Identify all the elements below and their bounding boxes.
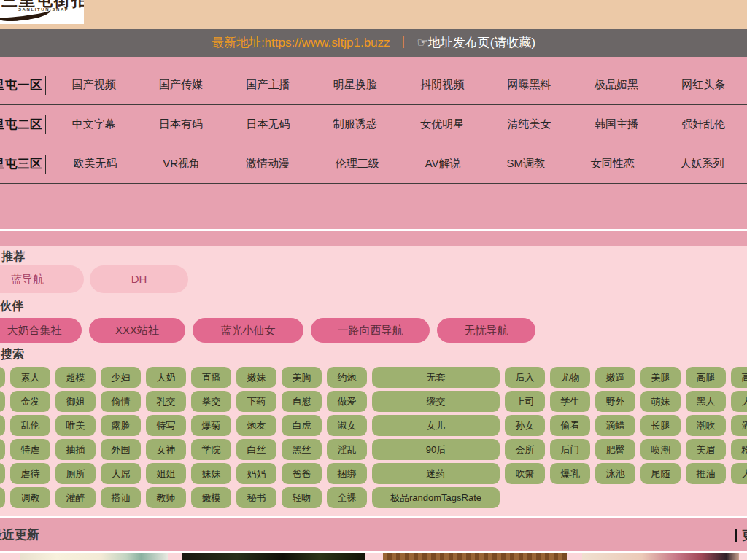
nav-link[interactable]: SM调教 (506, 157, 545, 171)
search-tag[interactable]: 白虎 (282, 415, 322, 436)
nav-link[interactable]: 清纯美女 (508, 117, 551, 131)
nav-link[interactable]: 极品媚黑 (595, 78, 638, 92)
search-tag[interactable]: 女儿 (372, 415, 500, 436)
search-tag[interactable]: 爆乳 (550, 463, 590, 484)
search-tag[interactable]: 高腿 (686, 367, 726, 388)
search-tag[interactable]: 外围 (101, 439, 141, 460)
search-tag[interactable]: 爆菊 (191, 415, 231, 436)
search-tag[interactable]: 高跟 (731, 367, 747, 388)
search-tag[interactable]: 教师 (146, 487, 186, 508)
search-tag[interactable]: 黑丝 (282, 439, 322, 460)
search-tag[interactable]: 滴蜡 (595, 415, 635, 436)
search-tag[interactable]: 嫩妹 (236, 367, 276, 388)
nav-link[interactable]: 激情动漫 (246, 157, 290, 171)
search-tag[interactable]: 嫩逼 (595, 367, 635, 388)
search-tag[interactable]: 白丝 (236, 439, 276, 460)
nav-link[interactable]: 女同性恋 (591, 157, 635, 171)
nav-link[interactable]: 国产传媒 (159, 78, 203, 92)
nav-link[interactable]: 欧美无码 (73, 157, 117, 171)
search-tag[interactable]: 学生 (550, 391, 590, 412)
search-tag[interactable]: 金发 (10, 391, 50, 412)
search-tag[interactable]: 大屌 (101, 463, 141, 484)
search-tag[interactable]: 爸爸 (282, 463, 322, 484)
clipped-tag[interactable] (0, 487, 5, 508)
partner-pill-link[interactable]: 一路向西导航 (311, 318, 430, 343)
search-tag[interactable]: 美胸 (282, 367, 322, 388)
search-tag[interactable]: 淑女 (327, 415, 367, 436)
search-tag[interactable]: 泳池 (595, 463, 635, 484)
search-tag[interactable]: 后门 (550, 439, 590, 460)
latest-address-link[interactable]: 最新地址:https://www.sltjp1.buzz (212, 36, 390, 50)
search-tag[interactable]: 炮友 (236, 415, 276, 436)
search-tag[interactable]: 萌妹 (640, 391, 681, 412)
search-tag[interactable]: 大学 (731, 391, 747, 412)
search-tag[interactable]: 喷潮 (640, 439, 681, 460)
search-tag[interactable]: 全裸 (327, 487, 367, 508)
search-tag[interactable]: 长腿 (640, 415, 681, 436)
search-tag[interactable]: 缓交 (372, 391, 500, 412)
search-tag[interactable]: 特虐 (10, 439, 50, 460)
clipped-tag[interactable] (0, 367, 5, 388)
search-tag[interactable]: 虐待 (10, 463, 50, 484)
search-tag[interactable]: 美腿 (640, 367, 681, 388)
nav-link[interactable]: 日本无码 (246, 117, 290, 131)
search-tag[interactable]: 偷看 (550, 415, 590, 436)
search-tag[interactable]: 露脸 (101, 415, 141, 436)
search-tag[interactable]: 淫乱 (327, 439, 367, 460)
recommend-pill-link[interactable]: 蓝导航 (0, 265, 84, 293)
search-tag[interactable]: 美眉 (686, 439, 726, 460)
search-tag[interactable]: 乱伦 (10, 415, 50, 436)
search-tag[interactable]: 厕所 (55, 463, 96, 484)
nav-link[interactable]: 明星换脸 (333, 78, 377, 92)
search-tag[interactable]: 无套 (372, 367, 500, 388)
partner-pill-link[interactable]: 大奶合集社 (0, 318, 82, 343)
search-tag[interactable]: 拳交 (191, 391, 231, 412)
partner-pill-link[interactable]: 无忧导航 (437, 318, 535, 343)
nav-link[interactable]: 人妖系列 (681, 157, 724, 171)
search-tag[interactable]: 吹箫 (505, 463, 545, 484)
address-publish-link[interactable]: ☞地址发布页(请收藏) (417, 36, 536, 50)
search-tag[interactable]: 90后 (372, 439, 500, 460)
search-tag[interactable]: 秘书 (236, 487, 276, 508)
nav-link[interactable]: 网曝黑料 (508, 78, 551, 92)
search-tag[interactable]: 上司 (505, 391, 545, 412)
thumbnail-image[interactable] (20, 553, 168, 560)
search-tag[interactable]: 轻吻 (282, 487, 322, 508)
nav-link[interactable]: 伦理三级 (336, 157, 379, 171)
nav-link[interactable]: 国产视频 (72, 78, 116, 92)
search-tag[interactable]: 做爱 (327, 391, 367, 412)
search-tag[interactable]: 唯美 (55, 415, 96, 436)
site-logo[interactable]: 三里屯街拍 SANLITUN SNAP (0, 0, 84, 24)
nav-link[interactable]: 韩国主播 (595, 117, 638, 131)
nav-link[interactable]: 制服诱惑 (333, 117, 377, 131)
search-tag[interactable]: 嫩模 (191, 487, 231, 508)
search-tag[interactable]: 灌醉 (55, 487, 96, 508)
search-tag[interactable]: 学院 (191, 439, 231, 460)
search-tag[interactable]: 捆绑 (327, 463, 367, 484)
search-tag[interactable]: 特写 (146, 415, 186, 436)
search-tag[interactable]: 肥臀 (595, 439, 635, 460)
search-tag[interactable]: 潮吹 (686, 415, 726, 436)
nav-link[interactable]: VR视角 (163, 157, 200, 171)
thumbnail-image[interactable] (383, 553, 567, 560)
clipped-tag[interactable] (0, 391, 5, 412)
search-tag[interactable]: 迷药 (372, 463, 500, 484)
partner-pill-link[interactable]: 蓝光小仙女 (193, 318, 303, 343)
nav-link[interactable]: 女优明星 (420, 117, 464, 131)
search-tag[interactable]: 妹妹 (191, 463, 231, 484)
search-tag[interactable]: 尾随 (640, 463, 681, 484)
search-tag[interactable]: 约炮 (327, 367, 367, 388)
search-tag[interactable]: 后入 (505, 367, 545, 388)
search-tag[interactable]: 大胸 (731, 463, 747, 484)
nav-link[interactable]: 强奸乱伦 (681, 117, 725, 131)
search-tag[interactable]: 孙女 (505, 415, 545, 436)
search-tag[interactable]: 御姐 (55, 391, 96, 412)
search-tag[interactable]: 自慰 (282, 391, 322, 412)
thumbnail-image[interactable] (582, 553, 739, 560)
search-tag[interactable]: 野外 (595, 391, 635, 412)
search-tag[interactable]: 偷情 (101, 391, 141, 412)
search-tag[interactable]: 尤物 (550, 367, 590, 388)
clipped-tag[interactable] (0, 415, 5, 436)
search-tag[interactable]: 推油 (686, 463, 726, 484)
search-tag[interactable]: 会所 (505, 439, 545, 460)
